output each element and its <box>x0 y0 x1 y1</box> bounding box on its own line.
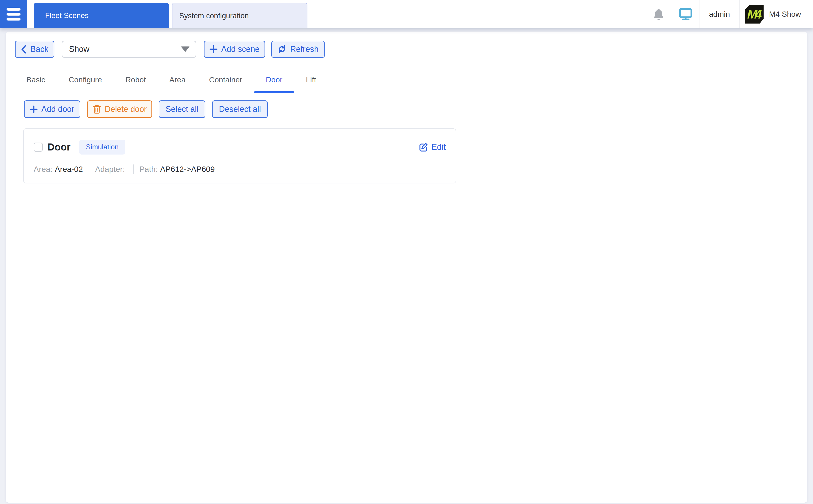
area-value: Area-02 <box>55 165 83 174</box>
topbar-right: admin M4 M4 Show <box>645 0 813 28</box>
area-label: Area: <box>34 165 53 174</box>
refresh-icon <box>277 45 286 54</box>
display-mode-button[interactable] <box>672 0 699 28</box>
user-menu[interactable]: admin <box>699 0 739 28</box>
refresh-button[interactable]: Refresh <box>271 41 325 58</box>
select-all-button[interactable]: Select all <box>159 100 205 118</box>
topbar-tab-label: Fleet Scenes <box>45 11 89 20</box>
monitor-icon <box>679 8 692 20</box>
scene-toolbar: Back Show Add scene Refresh <box>15 41 798 58</box>
tab-area[interactable]: Area <box>157 68 197 93</box>
m4-logo-icon: M4 <box>745 5 764 24</box>
door-card-meta: Area: Area-02 Adapter: Path: AP612->AP60… <box>34 164 446 174</box>
brand[interactable]: M4 M4 Show <box>739 0 813 28</box>
path-value: AP612->AP609 <box>160 165 215 174</box>
topbar-tab-system-configuration[interactable]: System configuration <box>172 3 307 28</box>
add-scene-button[interactable]: Add scene <box>204 41 265 58</box>
simulation-badge: Simulation <box>79 140 125 155</box>
topbar: Fleet Scenes System configuration admin … <box>0 0 813 28</box>
back-button[interactable]: Back <box>15 41 54 58</box>
tab-basic[interactable]: Basic <box>15 68 57 93</box>
edit-door-link[interactable]: Edit <box>419 142 446 152</box>
tab-lift[interactable]: Lift <box>294 68 328 93</box>
delete-door-button[interactable]: Delete door <box>87 100 152 118</box>
scene-select[interactable]: Show <box>62 41 196 58</box>
door-checkbox[interactable] <box>34 143 43 152</box>
plus-icon <box>30 105 38 113</box>
path-label: Path: <box>139 165 158 174</box>
tab-door[interactable]: Door <box>254 68 294 93</box>
deselect-all-button[interactable]: Deselect all <box>212 100 268 118</box>
hamburger-icon <box>7 8 21 11</box>
add-door-button[interactable]: Add door <box>24 100 80 118</box>
username: admin <box>709 10 730 18</box>
meta-divider <box>89 164 89 174</box>
plus-icon <box>209 45 217 53</box>
meta-divider <box>133 164 134 174</box>
topbar-tab-fleet-scenes[interactable]: Fleet Scenes <box>34 3 169 28</box>
topbar-tabs: Fleet Scenes System configuration <box>34 0 307 28</box>
bell-icon <box>653 8 664 20</box>
chevron-down-icon <box>181 46 190 52</box>
tab-robot[interactable]: Robot <box>114 68 158 93</box>
door-card-header: Door Simulation Edit <box>34 140 446 155</box>
tab-configure[interactable]: Configure <box>57 68 113 93</box>
tab-container[interactable]: Container <box>197 68 254 93</box>
topbar-tab-label: System configuration <box>179 12 249 20</box>
adapter-label: Adapter: <box>95 165 125 174</box>
notifications-button[interactable] <box>645 0 672 28</box>
hamburger-menu-button[interactable] <box>0 0 27 28</box>
chevron-left-icon <box>21 45 27 54</box>
door-title: Door <box>47 141 71 153</box>
door-actions: Add door Delete door Select all Deselect… <box>24 100 798 118</box>
scene-section-tabs: Basic Configure Robot Area Container Doo… <box>6 68 807 93</box>
brand-name: M4 Show <box>769 10 801 18</box>
door-card: Door Simulation Edit Area: Area-02 Adapt… <box>23 128 456 183</box>
edit-icon <box>419 142 428 152</box>
trash-icon <box>93 105 101 114</box>
main-panel: Back Show Add scene Refresh Basic Config… <box>6 32 807 503</box>
scene-select-value: Show <box>69 44 89 54</box>
